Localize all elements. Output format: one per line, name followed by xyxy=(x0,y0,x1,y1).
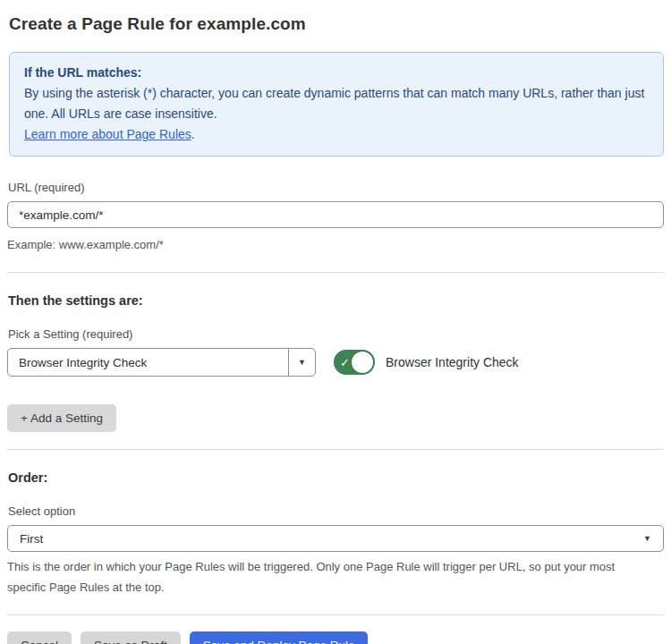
link-suffix: . xyxy=(191,127,195,141)
info-box-body: By using the asterisk (*) character, you… xyxy=(24,83,649,124)
chevron-down-icon: ▼ xyxy=(288,349,315,376)
check-icon: ✓ xyxy=(340,357,350,369)
info-box-link-line: Learn more about Page Rules. xyxy=(24,124,649,145)
order-section-heading: Order: xyxy=(8,470,664,485)
cancel-button[interactable]: Cancel xyxy=(7,631,72,644)
divider xyxy=(7,614,664,615)
divider xyxy=(7,449,664,450)
order-select[interactable]: First ▼ xyxy=(7,525,664,552)
order-select-value: First xyxy=(20,532,43,546)
setting-picker-label: Pick a Setting (required) xyxy=(8,327,664,341)
url-input[interactable] xyxy=(7,201,664,228)
browser-integrity-toggle[interactable]: ✓ xyxy=(334,350,375,375)
info-box-title: If the URL matches: xyxy=(24,63,649,83)
url-field-helper: Example: www.example.com/* xyxy=(7,234,664,255)
setting-picker-select[interactable]: Browser Integrity Check ▼ xyxy=(7,348,316,377)
form-actions: Cancel Save as Draft Save and Deploy Pag… xyxy=(7,631,664,644)
order-helper-text: This is the order in which your Page Rul… xyxy=(7,556,651,597)
learn-more-link[interactable]: Learn more about Page Rules xyxy=(24,127,191,141)
toggle-label: Browser Integrity Check xyxy=(386,355,519,369)
add-setting-button[interactable]: + Add a Setting xyxy=(7,404,116,432)
save-as-draft-button[interactable]: Save as Draft xyxy=(81,631,181,644)
page-title: Create a Page Rule for example.com xyxy=(9,14,664,34)
setting-row: Browser Integrity Check ▼ ✓ Browser Inte… xyxy=(7,348,664,377)
save-and-deploy-button[interactable]: Save and Deploy Page Rule xyxy=(190,631,369,644)
setting-toggle-group: ✓ Browser Integrity Check xyxy=(334,350,519,375)
setting-picker-value: Browser Integrity Check xyxy=(8,349,288,376)
order-select-label: Select option xyxy=(8,504,664,518)
url-match-info-box: If the URL matches: By using the asteris… xyxy=(9,52,664,157)
url-field-label: URL (required) xyxy=(8,181,664,194)
divider xyxy=(7,272,664,273)
settings-section-heading: Then the settings are: xyxy=(8,293,664,308)
toggle-knob xyxy=(352,352,373,373)
page-rule-form: Create a Page Rule for example.com If th… xyxy=(0,0,671,644)
chevron-down-icon: ▼ xyxy=(643,534,651,543)
